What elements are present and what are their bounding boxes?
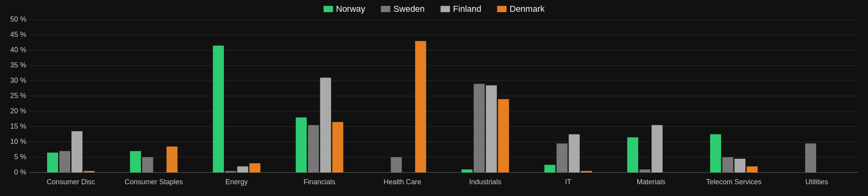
bar-consumer-staples-denmark <box>166 147 177 172</box>
bar-it-finland <box>569 134 580 173</box>
bar-consumer-staples-sweden <box>142 157 153 172</box>
bar-industrials-norway <box>462 169 473 172</box>
x-label-materials: Materials <box>637 178 665 186</box>
bar-materials-norway <box>627 137 638 172</box>
bar-financials-denmark <box>332 122 343 172</box>
y-label-35: 35 % <box>10 61 26 69</box>
bar-energy-finland <box>237 166 248 172</box>
bar-consumer-disc-finland <box>71 131 82 172</box>
bar-energy-sweden <box>225 171 236 172</box>
bar-telecom-services-finland <box>735 159 746 172</box>
bar-consumer-disc-norway <box>47 152 58 172</box>
x-label-consumer-disc: Consumer Disc <box>47 178 95 186</box>
bar-utilities-sweden <box>805 143 816 172</box>
x-label-industrials: Industrials <box>469 178 501 186</box>
bar-energy-denmark <box>249 163 260 172</box>
x-label-it: IT <box>565 178 571 186</box>
bar-materials-sweden <box>640 169 651 172</box>
x-label-financials: Financials <box>303 178 335 186</box>
bar-industrials-sweden <box>474 84 485 172</box>
bar-health-care-denmark <box>415 41 426 172</box>
bar-consumer-disc-sweden <box>59 151 70 172</box>
y-label-15: 15 % <box>10 122 26 130</box>
y-label-40: 40 % <box>10 46 26 54</box>
y-label-45: 45 % <box>10 31 26 38</box>
bar-materials-finland <box>652 125 663 172</box>
bar-financials-norway <box>296 118 307 172</box>
bar-telecom-services-denmark <box>747 166 758 172</box>
y-label-20: 20 % <box>10 107 26 115</box>
y-label-0: 0 % <box>14 168 26 176</box>
x-label-health-care: Health Care <box>384 178 421 186</box>
bar-telecom-services-norway <box>710 134 721 173</box>
bar-industrials-denmark <box>498 99 509 172</box>
x-label-consumer-staples: Consumer Staples <box>125 178 183 186</box>
x-label-energy: Energy <box>225 178 248 186</box>
bar-consumer-staples-norway <box>130 151 141 172</box>
bar-it-norway <box>545 165 556 173</box>
y-label-25: 25 % <box>10 92 26 100</box>
bar-it-sweden <box>557 143 568 172</box>
x-label-utilities: Utilities <box>805 178 828 186</box>
bar-telecom-services-sweden <box>722 157 733 172</box>
bar-it-denmark <box>581 171 592 172</box>
y-label-50: 50 % <box>10 15 26 23</box>
y-label-30: 30 % <box>10 76 26 84</box>
y-label-5: 5 % <box>14 153 26 161</box>
bar-financials-finland <box>320 78 331 172</box>
bar-energy-norway <box>213 45 224 172</box>
x-label-telecom-services: Telecom Services <box>706 178 762 186</box>
bar-health-care-sweden <box>391 157 402 172</box>
bar-consumer-disc-denmark <box>84 171 95 172</box>
bar-financials-sweden <box>308 125 319 172</box>
chart-container: NorwaySwedenFinlandDenmark 0 %5 %10 %15 … <box>0 0 868 196</box>
y-label-10: 10 % <box>10 138 26 145</box>
bar-industrials-finland <box>486 85 497 172</box>
